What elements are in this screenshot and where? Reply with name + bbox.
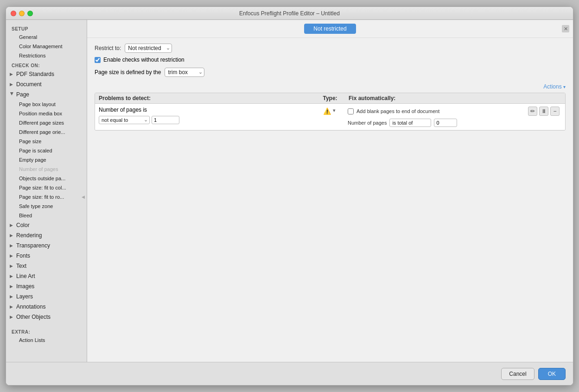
sidebar-item-label: Different page sizes (19, 120, 64, 126)
sidebar-item-action-lists[interactable]: Action Lists (6, 335, 87, 345)
sidebar-item-objects-outside-pa[interactable]: Objects outside pa... (6, 174, 87, 183)
sidebar-item-safe-type-zone[interactable]: Safe type zone (6, 202, 87, 211)
sidebar-item-page-size-fit-ro[interactable]: Page size: fit to ro... ◀ (6, 192, 87, 202)
fix-sub-select[interactable]: is total of is (389, 119, 431, 127)
expand-arrow-icon: ▶ (10, 72, 14, 76)
enable-checks-row: Enable checks without restriction (95, 57, 566, 63)
sidebar-item-other-objects[interactable]: ▶ Other Objects (6, 312, 87, 322)
sidebar-item-layers[interactable]: ▶ Layers (6, 291, 87, 302)
sidebar-item-rendering[interactable]: ▶ Rendering (6, 230, 87, 240)
table-header: Problems to detect: Type: Fix automatica… (95, 93, 565, 104)
enable-checks-label[interactable]: Enable checks without restriction (103, 57, 185, 63)
condition-value-input[interactable] (152, 116, 179, 124)
sidebar-item-different-page-sizes[interactable]: Different page sizes (6, 118, 87, 127)
sidebar-item-empty-page[interactable]: Empty page (6, 155, 87, 164)
maximize-button[interactable] (27, 11, 33, 16)
sidebar-item-fonts[interactable]: ▶ Fonts (6, 251, 87, 261)
window-title: Enfocus Preflight Profile Editor – Untit… (239, 10, 340, 17)
sidebar-item-label: Safe type zone (19, 203, 53, 209)
close-button[interactable] (11, 11, 16, 16)
problem-fix-col: Add blank pages to end of document ✏ ⏸ −… (348, 107, 561, 127)
expand-arrow-icon: ▶ (10, 304, 14, 309)
sidebar-item-label: Different page orie... (19, 129, 65, 135)
type-dropdown[interactable]: ▾ (333, 107, 336, 114)
actions-label: Actions (543, 83, 561, 90)
sidebar-item-page-box-layout[interactable]: Page box layout (6, 100, 87, 109)
type-column-header: Type: (312, 95, 349, 101)
sidebar-item-number-of-pages[interactable]: Number of pages (6, 164, 87, 174)
sidebar-item-label: Layers (16, 293, 33, 300)
fix-action-buttons: ✏ ⏸ − (528, 107, 560, 116)
settings-area: Restrict to: Not restricted Restricted E… (87, 38, 573, 362)
sidebar-item-line-art[interactable]: ▶ Line Art (6, 271, 87, 281)
problems-table: Problems to detect: Type: Fix automatica… (95, 93, 566, 131)
page-size-row: Page size is defined by the trim box med… (95, 68, 566, 77)
sidebar-item-label: Transparency (16, 242, 50, 249)
not-restricted-button[interactable]: Not restricted (304, 24, 356, 34)
sidebar-item-label: Other Objects (16, 314, 51, 320)
ok-button[interactable]: OK (538, 368, 566, 380)
condition-select-wrapper: not equal to equal to greater than less … (99, 116, 150, 124)
sidebar-item-restrictions[interactable]: Restrictions (6, 51, 87, 60)
expand-arrow-icon: ▶ (10, 294, 14, 299)
setup-section-label: SETUP (6, 24, 87, 32)
expand-arrow-icon: ▶ (10, 243, 14, 248)
sidebar-item-label: Document (16, 81, 42, 88)
sidebar-item-label: Color (16, 222, 30, 228)
sidebar-item-label: Number of pages (19, 166, 58, 172)
warning-icon: ⚠️ (323, 107, 331, 115)
minimize-button[interactable] (19, 11, 25, 16)
page-size-select-wrapper: trim box media box bleed box crop box ar… (165, 68, 204, 77)
sidebar-item-label: Action Lists (19, 337, 45, 343)
expand-arrow-icon: ▶ (10, 82, 14, 87)
fix-sub-select-wrapper: is total of is (389, 119, 431, 127)
pause-button[interactable]: ⏸ (539, 107, 548, 116)
sidebar-item-page[interactable]: ▶ Page (6, 89, 87, 100)
sidebar-item-pdf-standards[interactable]: ▶ PDF Standards (6, 69, 87, 79)
sidebar-item-color[interactable]: ▶ Color (6, 220, 87, 230)
cancel-button[interactable]: Cancel (501, 368, 534, 380)
remove-button[interactable]: − (550, 107, 560, 116)
fix-checkbox[interactable] (348, 108, 354, 114)
close-icon[interactable]: ✕ (562, 25, 569, 32)
check-section-label: CHECK ON: (6, 60, 87, 69)
sidebar-item-page-size-fit-col[interactable]: Page size: fit to col... (6, 183, 87, 192)
edit-button[interactable]: ✏ (528, 107, 537, 116)
actions-link[interactable]: Actions ▾ (543, 83, 566, 90)
sidebar-item-label: General (19, 34, 37, 40)
condition-select[interactable]: not equal to equal to greater than less … (99, 116, 150, 124)
page-size-select[interactable]: trim box media box bleed box crop box ar… (165, 68, 204, 77)
expand-arrow-icon: ▶ (10, 264, 14, 268)
fix-num-input[interactable] (434, 119, 457, 127)
expand-arrow-icon: ▶ (10, 253, 14, 258)
scroll-indicator: ◀ (82, 195, 85, 199)
sidebar-item-label: Rendering (16, 232, 42, 239)
sidebar-item-images[interactable]: ▶ Images (6, 281, 87, 291)
sidebar-item-label: Text (16, 263, 26, 269)
enable-checks-checkbox[interactable] (95, 57, 101, 63)
sidebar-item-position-media-box[interactable]: Position media box (6, 109, 87, 118)
sidebar-item-label: Page size: fit to ro... (19, 194, 64, 200)
content-area: Not restricted ✕ Restrict to: Not restri… (87, 20, 573, 362)
restrict-select[interactable]: Not restricted Restricted (125, 44, 172, 53)
expand-arrow-icon: ▶ (10, 284, 14, 289)
restrict-label: Restrict to: (95, 45, 121, 51)
sidebar-item-document[interactable]: ▶ Document (6, 79, 87, 89)
expand-arrow-icon: ▶ (10, 223, 14, 228)
page-size-label: Page size is defined by the (95, 69, 161, 76)
sidebar-item-general[interactable]: General (6, 32, 87, 42)
sidebar: SETUP General Color Management Restricti… (6, 20, 87, 362)
sidebar-item-bleed[interactable]: Bleed (6, 211, 87, 220)
fix-label[interactable]: Add blank pages to end of document (356, 108, 439, 114)
sidebar-item-different-page-ori[interactable]: Different page orie... (6, 127, 87, 137)
sidebar-item-color-management[interactable]: Color Management (6, 42, 87, 51)
sidebar-item-annotations[interactable]: ▶ Annotations (6, 302, 87, 312)
window-controls (11, 11, 33, 16)
sidebar-item-label: Fonts (16, 253, 30, 259)
sidebar-item-text[interactable]: ▶ Text (6, 261, 87, 271)
main-content: SETUP General Color Management Restricti… (6, 20, 573, 362)
sidebar-item-transparency[interactable]: ▶ Transparency (6, 240, 87, 251)
sidebar-item-page-is-scaled[interactable]: Page is scaled (6, 146, 87, 155)
expand-arrow-icon: ▶ (10, 274, 14, 278)
sidebar-item-page-size[interactable]: Page size (6, 137, 87, 146)
